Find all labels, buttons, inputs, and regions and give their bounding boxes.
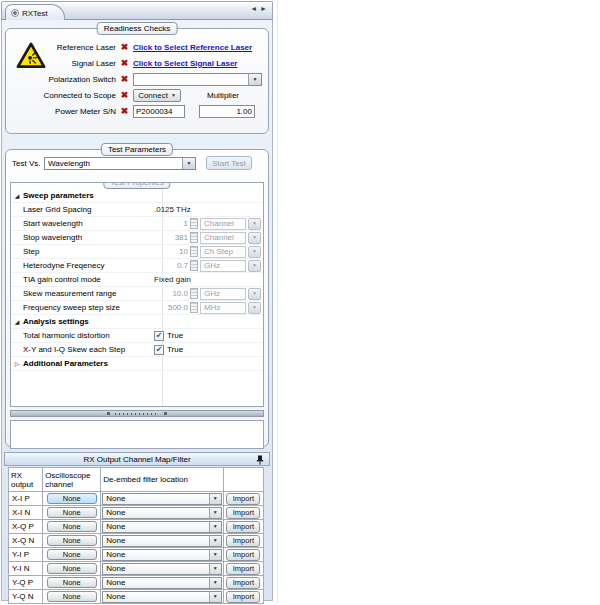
property-row[interactable]: Total harmonic distortion ✔ True [11, 329, 263, 343]
dropdown-button[interactable]: ▼ [209, 564, 221, 574]
expander-icon[interactable]: ◢ [11, 193, 23, 199]
property-row[interactable]: Step 10 Ch Step ▼ [11, 245, 263, 259]
rx-map-title: RX Output Channel Map/Filter [83, 455, 190, 464]
filter-location-select[interactable]: None▼ [102, 577, 221, 589]
property-row[interactable]: X-Y and I-Q Skew each Step ✔ True [11, 343, 263, 357]
property-name: Start wavelength [11, 219, 150, 228]
import-button[interactable]: Import [226, 563, 260, 575]
unit-select[interactable]: Channel [200, 218, 246, 230]
unit-select[interactable]: Ch Step [200, 246, 246, 258]
import-button[interactable]: Import [226, 577, 260, 589]
expander-icon[interactable]: ◢ [11, 319, 23, 325]
filter-location-select[interactable]: None▼ [102, 563, 221, 575]
chevron-down-icon: ▼ [252, 291, 257, 296]
property-row[interactable]: Start wavelength 1 Channel ▼ [11, 217, 263, 231]
spinner-control[interactable] [190, 232, 198, 243]
tab-rxtest[interactable]: RXTest [5, 4, 65, 21]
polarization-switch-select[interactable]: ▼ [133, 73, 262, 86]
unit-select[interactable]: GHz [200, 260, 246, 272]
import-button[interactable]: Import [226, 493, 260, 505]
chevron-down-icon: ▼ [252, 263, 257, 268]
table-row: Y-I N None None▼ Import [9, 562, 264, 576]
dropdown-button[interactable]: ▼ [209, 592, 221, 602]
multiplier-input[interactable] [199, 105, 255, 118]
unit-dropdown-button[interactable]: ▼ [248, 260, 261, 272]
filter-location-select[interactable]: None▼ [102, 535, 221, 547]
spinner-control[interactable] [190, 302, 198, 313]
property-description-box [10, 420, 264, 449]
unit-dropdown-button[interactable]: ▼ [248, 232, 261, 244]
import-button[interactable]: Import [226, 591, 260, 603]
start-test-button[interactable]: Start Test [206, 156, 252, 170]
filter-location-select[interactable]: None▼ [102, 591, 221, 603]
unit-dropdown-button[interactable]: ▼ [248, 288, 261, 300]
expander-icon[interactable]: ▷ [11, 361, 23, 367]
import-button[interactable]: Import [226, 549, 260, 561]
dock-edge-line [277, 0, 278, 603]
connect-button[interactable]: Connect ▼ [133, 89, 181, 102]
rx-map-header[interactable]: RX Output Channel Map/Filter [4, 452, 270, 466]
property-row[interactable]: Laser Grid Spacing .0125 THz [11, 203, 263, 217]
select-signal-laser-link[interactable]: Click to Select Signal Laser [133, 59, 237, 68]
filter-location-select[interactable]: None▼ [102, 493, 221, 505]
unit-dropdown-button[interactable]: ▼ [248, 302, 261, 314]
dropdown-button[interactable]: ▼ [209, 578, 221, 588]
power-meter-input[interactable] [133, 105, 185, 118]
spinner-control[interactable] [190, 260, 198, 271]
splitter-handle[interactable] [10, 410, 264, 417]
property-value: .0125 THz [154, 205, 191, 214]
property-category-row[interactable]: ◢ Sweep parameters [11, 189, 263, 203]
unit-dropdown-button[interactable]: ▼ [248, 246, 261, 258]
dropdown-button[interactable]: ▼ [209, 508, 221, 518]
property-row[interactable]: Skew measurement range 10.0 GHz ▼ [11, 287, 263, 301]
nav-left-icon[interactable]: ◄ [250, 5, 257, 12]
pin-icon[interactable] [256, 455, 264, 465]
unit-select[interactable]: GHz [200, 288, 246, 300]
filter-location-select[interactable]: None▼ [102, 549, 221, 561]
oscilloscope-channel-button[interactable]: None [47, 563, 97, 574]
select-reference-laser-link[interactable]: Click to Select Reference Laser [133, 43, 252, 52]
oscilloscope-channel-button[interactable]: None [47, 507, 97, 518]
oscilloscope-channel-button[interactable]: None [47, 521, 97, 532]
property-category-row[interactable]: ◢ Analysis settings [11, 315, 263, 329]
import-button[interactable]: Import [226, 507, 260, 519]
spinner-control[interactable] [190, 246, 198, 257]
property-row[interactable]: TIA gain control mode Fixed gain [11, 273, 263, 287]
dropdown-button[interactable]: ▼ [209, 522, 221, 532]
property-category-row[interactable]: ▷ Additional Parameters [11, 357, 263, 371]
dropdown-button[interactable]: ▼ [209, 494, 221, 504]
property-row[interactable]: Heterodyne Freqenecy 0.7 GHz ▼ [11, 259, 263, 273]
test-vs-select[interactable]: Wavelength ▼ [44, 157, 196, 170]
checkbox[interactable]: ✔ [154, 345, 164, 355]
import-button[interactable]: Import [226, 521, 260, 533]
property-row[interactable]: Frequency sweep step size 500.0 MHz ▼ [11, 301, 263, 315]
filter-location-select[interactable]: None▼ [102, 521, 221, 533]
import-button[interactable]: Import [226, 535, 260, 547]
spinner-control[interactable] [190, 218, 198, 229]
status-fail-icon: ✖ [116, 90, 133, 100]
oscilloscope-channel-button[interactable]: None [47, 549, 97, 560]
oscilloscope-channel-button[interactable]: None [47, 591, 97, 602]
unit-dropdown-button[interactable]: ▼ [248, 218, 261, 230]
table-row: Y-Q N None None▼ Import [9, 590, 264, 604]
oscilloscope-channel-button[interactable]: None [47, 577, 97, 588]
dropdown-button[interactable]: ▼ [209, 550, 221, 560]
spinner-control[interactable] [190, 288, 198, 299]
oscilloscope-channel-button[interactable]: None [47, 535, 97, 546]
nav-right-icon[interactable]: ► [260, 5, 267, 12]
oscilloscope-channel-button[interactable]: None [47, 493, 97, 504]
unit-select[interactable]: MHz [200, 302, 246, 314]
property-name: Step [11, 247, 150, 256]
dropdown-button[interactable]: ▼ [209, 536, 221, 546]
connected-to-scope-row: Connected to Scope ✖ Connect ▼ Multiplie… [6, 87, 268, 103]
checkbox[interactable]: ✔ [154, 331, 164, 341]
property-row[interactable]: Stop wavelength 381 Channel ▼ [11, 231, 263, 245]
dropdown-button[interactable]: ▼ [182, 158, 195, 169]
unit-select[interactable]: Channel [200, 232, 246, 244]
table-row: Y-I P None None▼ Import [9, 548, 264, 562]
table-row: X-Q N None None▼ Import [9, 534, 264, 548]
splitter-grip [107, 412, 110, 415]
filter-location-select[interactable]: None▼ [102, 507, 221, 519]
category-label: Additional Parameters [23, 359, 108, 368]
dropdown-button[interactable]: ▼ [248, 74, 261, 85]
